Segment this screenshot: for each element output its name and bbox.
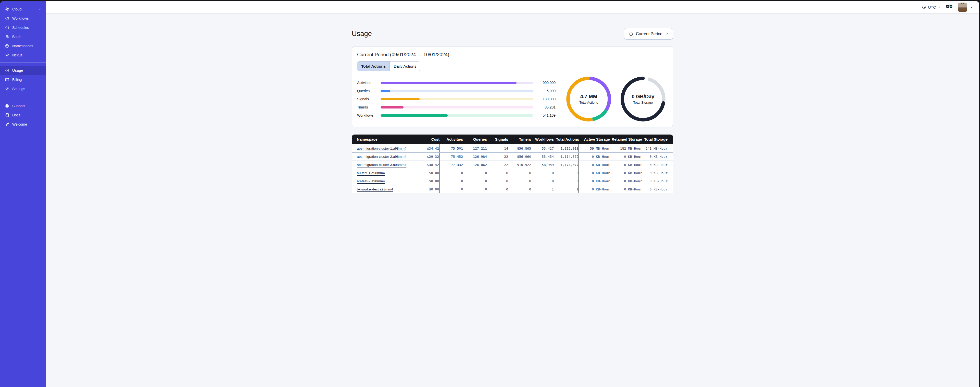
temporal-cloud-icon: [5, 7, 10, 11]
table-body: abs-migration-cluster-1.a98mm4$34.4275,5…: [352, 144, 490, 193]
bar-row-activities: Activities 900,000: [357, 78, 490, 87]
current-period-card: Current Period (09/01/2024 — 10/01/2024)…: [352, 46, 490, 127]
page-title: Usage: [352, 30, 372, 38]
activities-cell: 75,452: [439, 153, 463, 161]
signals-cell: 14: [487, 144, 490, 152]
bar-track: [380, 90, 490, 92]
tab-total-actions[interactable]: Total Actions: [357, 62, 390, 71]
queries-cell: 0: [463, 169, 487, 177]
usage-charts: Activities 900,000 Queries 5,000 Signals: [357, 77, 490, 122]
namespace-link[interactable]: abs-migration-cluster-1.a98mm4: [357, 147, 406, 150]
table-row: a0-test-2.a98mm4$0.000000000 KB-Hour0 KB…: [352, 177, 490, 185]
bar-fill: [380, 82, 490, 84]
tab-daily-actions[interactable]: Daily Actions: [390, 62, 420, 71]
activities-cell: 75,501: [439, 144, 463, 152]
sidebar-item-schedules[interactable]: Schedules: [0, 23, 46, 32]
bar-row-signals: Signals 130,000: [357, 95, 490, 103]
sidebar-item-label: Namespaces: [12, 44, 33, 48]
bar-row-timers: Timers 85,201: [357, 103, 490, 111]
sidebar-item-label: Workflows: [12, 16, 29, 21]
namespace-cell: abs-migration-cluster-2.a98mm4: [357, 153, 418, 161]
cost-cell: $29.32: [418, 153, 439, 161]
topbar: UTC: [46, 1, 490, 14]
sidebar-item-label: Welcome: [12, 122, 27, 126]
sidebar-item-cloud[interactable]: Cloud: [0, 5, 46, 14]
namespace-link[interactable]: abs-migration-cluster-3.a98mm4: [357, 163, 406, 167]
sidebar-item-support[interactable]: Support: [0, 101, 46, 110]
sidebar-item-nexus[interactable]: Nexus: [0, 51, 46, 60]
namespace-cell: bk-worker-test.a98mm4: [357, 186, 418, 193]
bar-track: [380, 82, 490, 84]
queries-cell: 127,211: [463, 144, 487, 152]
namespace-link[interactable]: a0-test-2.a98mm4: [357, 179, 385, 183]
namespace-link[interactable]: a0-test-1.a98mm4: [357, 171, 385, 175]
signals-cell: 0: [487, 169, 490, 177]
cost-cell: $0.00: [418, 177, 439, 185]
queries-cell: 0: [463, 177, 487, 185]
bar-track: [380, 106, 490, 109]
sidebar-item-workflows[interactable]: Workflows: [0, 14, 46, 23]
bar-fill: [380, 114, 448, 117]
collapse-sidebar-chevron-left-icon[interactable]: [38, 7, 42, 11]
sidebar-item-settings[interactable]: Settings: [0, 84, 46, 93]
bar-track: [380, 98, 490, 100]
bar-label: Signals: [357, 97, 380, 101]
queries-cell: 126,984: [463, 153, 487, 161]
workflows-icon: [5, 16, 10, 21]
usage-gauge-icon: [5, 68, 10, 73]
bar-fill: [380, 106, 404, 109]
cost-cell: $0.00: [418, 186, 439, 193]
table-row: abs-migration-cluster-3.a98mm4$38.4277,3…: [352, 161, 490, 169]
namespace-link[interactable]: abs-migration-cluster-2.a98mm4: [357, 155, 406, 158]
namespace-cell: abs-migration-cluster-3.a98mm4: [357, 161, 418, 169]
sidebar-item-label: Billing: [12, 78, 22, 82]
sidebar-item-usage[interactable]: Usage: [0, 66, 46, 75]
sidebar-item-label: Nexus: [12, 53, 22, 57]
activities-cell: 0: [439, 169, 463, 177]
activities-cell: 0: [439, 186, 463, 193]
table-row: abs-migration-cluster-1.a98mm4$34.4275,5…: [352, 144, 490, 152]
cost-cell: $38.42: [418, 161, 439, 169]
bar-row-workflows: Workflows 541,109: [357, 111, 490, 120]
activities-cell: 0: [439, 177, 463, 185]
bar-fill: [380, 98, 420, 100]
table-row: abs-migration-cluster-2.a98mm4$29.3275,4…: [352, 152, 490, 161]
bar-row-queries: Queries 5,000: [357, 87, 490, 95]
sidebar: Cloud Workflows Schedules: [0, 1, 46, 194]
sidebar-item-namespaces[interactable]: Namespaces: [0, 42, 46, 51]
column-header-queries: Queries: [463, 134, 487, 144]
bar-label: Timers: [357, 105, 380, 109]
bar-label: Workflows: [357, 114, 380, 117]
sidebar-item-label: Batch: [12, 35, 21, 39]
sidebar-item-billing[interactable]: Billing: [0, 75, 46, 84]
sidebar-item-batch[interactable]: Batch: [0, 32, 46, 42]
sidebar-item-label: Docs: [12, 113, 21, 117]
billing-card-icon: [5, 77, 10, 82]
cost-cell: $34.42: [418, 144, 439, 152]
column-header-signals: Signals: [487, 134, 490, 144]
column-header-activities: Activities: [439, 134, 463, 144]
support-lifebuoy-icon: [5, 104, 10, 108]
namespace-usage-table: Namespace Cost Activities Queries Signal…: [352, 134, 490, 193]
app-window: Cloud Workflows Schedules: [0, 1, 490, 194]
namespace-link[interactable]: bk-worker-test.a98mm4: [357, 187, 393, 191]
namespaces-cube-icon: [5, 44, 10, 48]
page-content: Usage Current Period Current Period (09/…: [46, 14, 490, 194]
table-row: bk-worker-test.a98mm4$0.000000110 KB-Hou…: [352, 185, 490, 193]
sidebar-section-main: Cloud Workflows Schedules: [0, 1, 46, 60]
batch-layers-icon: [5, 34, 10, 39]
page-header: Usage Current Period: [352, 28, 490, 40]
sidebar-section-help: Support Docs Welcome: [0, 101, 46, 129]
main-area: UTC Usage Current Period: [46, 1, 490, 194]
sidebar-item-welcome[interactable]: Welcome: [0, 120, 46, 129]
table-row: a0-test-1.a98mm4$0.000000000 KB-Hour0 KB…: [352, 169, 490, 177]
bar-label: Queries: [357, 89, 380, 93]
signals-cell: 22: [487, 153, 490, 161]
namespace-cell: abs-migration-cluster-1.a98mm4: [357, 144, 418, 152]
sidebar-item-docs[interactable]: Docs: [0, 110, 46, 120]
column-header-cost: Cost: [418, 134, 439, 144]
cost-cell: $0.00: [418, 169, 439, 177]
sidebar-item-label: Support: [12, 104, 25, 108]
welcome-rocket-icon: [5, 122, 10, 126]
signals-cell: 0: [487, 186, 490, 193]
